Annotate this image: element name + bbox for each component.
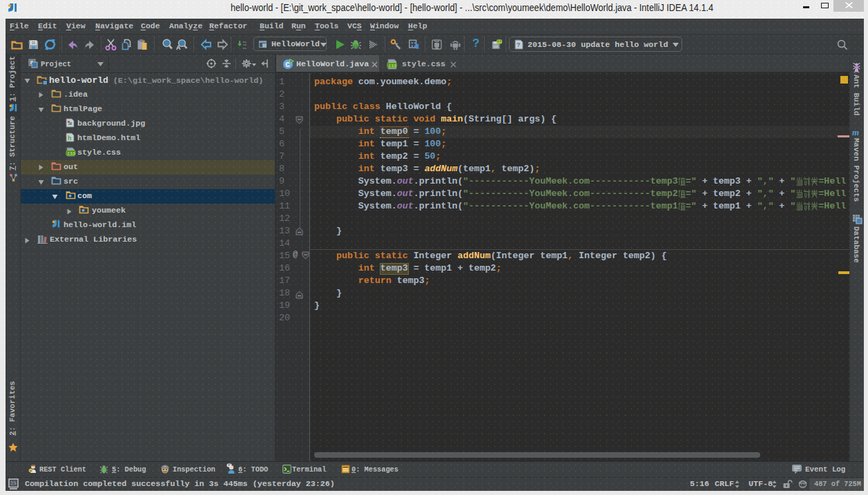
svg-text:m: m xyxy=(852,127,859,137)
